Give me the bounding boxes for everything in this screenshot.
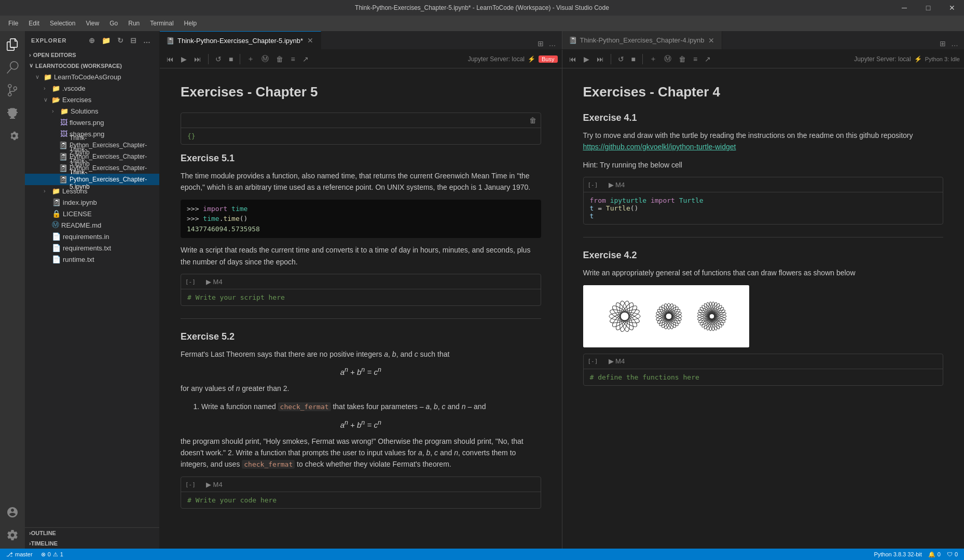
menu-run[interactable]: Run — [124, 18, 144, 29]
sidebar-item-license[interactable]: 🔒 LICENSE — [25, 208, 159, 219]
left-jupyter-status: Jupyter Server: local ⚡ Busy — [468, 55, 558, 63]
left-tab-chapter5[interactable]: 📓 Think-Python-Exercises_Chapter-5.ipynb… — [160, 31, 321, 49]
sidebar-item-readme[interactable]: Ⓜ README.md — [25, 219, 159, 231]
menu-file[interactable]: File — [4, 18, 22, 29]
sidebar-item-chapter2[interactable]: 📓 Think-Python_Exercises_Chapter-2.ipynb — [25, 139, 159, 151]
exercise41-cell-content[interactable]: from ipyturtle import Turtle t = Turtle(… — [584, 192, 943, 224]
sidebar-item-chapter5[interactable]: 📓 Think-Python_Exercises_Chapter-5.ipynb — [25, 174, 159, 185]
cell-content[interactable]: {} — [181, 128, 541, 144]
sidebar-item-solutions[interactable]: › 📁 Solutions — [25, 105, 159, 117]
menu-go[interactable]: Go — [105, 18, 122, 29]
sidebar-collapse-button[interactable]: ⊟ — [128, 35, 139, 46]
split-editor-button[interactable]: ⊞ — [536, 38, 545, 49]
exercise52-intro: Fermat's Last Theorem says that there ar… — [181, 348, 541, 360]
run-all-above-button[interactable]: ⏮ — [567, 53, 579, 65]
folder-icon: 📁 — [44, 73, 52, 81]
open-editors-section[interactable]: › Open Editors — [25, 50, 159, 60]
sidebar-item-lessons[interactable]: › 📁 Lessons — [25, 185, 159, 197]
notification-status[interactable]: 🔔 0 — [926, 551, 943, 558]
status-bar-right: Python 3.8.3 32-bit 🔔 0 🛡 0 — [872, 551, 960, 558]
close-button[interactable]: ✕ — [940, 0, 964, 16]
search-activity-icon[interactable] — [3, 58, 22, 77]
sidebar-new-file-button[interactable]: ⊕ — [87, 35, 98, 46]
sidebar-item-runtime[interactable]: 📄 runtime.txt — [25, 254, 159, 265]
toggle-sidebar-button[interactable]: ≡ — [288, 53, 297, 65]
run-cell-button[interactable]: ▶ — [178, 53, 189, 65]
tab-close-button[interactable]: ✕ — [306, 36, 314, 45]
timeline-panel-header[interactable]: › Timeline — [25, 538, 159, 549]
explorer-activity-icon[interactable] — [3, 35, 22, 54]
restart-kernel-button[interactable]: ↺ — [213, 53, 224, 65]
menu-terminal[interactable]: Terminal — [146, 18, 177, 29]
more-actions-button[interactable]: … — [949, 38, 960, 49]
cell-delete-icon[interactable]: 🗑 — [529, 116, 536, 124]
run-cell-button[interactable]: ▶ — [581, 53, 592, 65]
run-all-button[interactable]: ⏭ — [594, 53, 607, 65]
add-code-cell-button[interactable]: ＋ — [244, 52, 257, 66]
outline-panel-header[interactable]: › Outline — [25, 528, 159, 538]
run-all-above-button[interactable]: ⏮ — [164, 53, 176, 65]
maximize-button[interactable]: □ — [916, 0, 940, 16]
run-cell-button[interactable]: ▶ M4 — [605, 179, 628, 190]
github-link[interactable]: https://github.com/gkvoelkl/ipython-turt… — [583, 143, 736, 151]
add-markdown-button[interactable]: Ⓜ — [259, 52, 271, 66]
kernel-selector[interactable]: ⚡ — [914, 55, 922, 63]
right-tab-chapter4[interactable]: 📓 Think-Python_Exercises_Chapter-4.ipynb… — [562, 31, 723, 49]
exercise51-cell-content[interactable]: # Write your script here — [181, 289, 541, 305]
run-all-button[interactable]: ⏭ — [191, 53, 204, 65]
spacer-icon — [52, 176, 57, 183]
sidebar-item-flowers[interactable]: 🖼 flowers.png — [25, 117, 159, 128]
sidebar-item-label: requirements.in — [63, 233, 109, 241]
restart-kernel-button[interactable]: ↺ — [615, 53, 627, 65]
python-status[interactable]: Python 3.8.3 32-bit — [872, 551, 924, 557]
source-control-activity-icon[interactable] — [3, 81, 22, 100]
sidebar-item-requirementsin[interactable]: 📄 requirements.in — [25, 231, 159, 242]
exercise42-cell-content[interactable]: # define the functions here — [584, 369, 943, 385]
branch-status[interactable]: ⎇ master — [4, 549, 35, 560]
menu-edit[interactable]: Edit — [24, 18, 44, 29]
run-cell-button[interactable]: ▶ M4 — [605, 356, 628, 367]
toggle-sidebar-button[interactable]: ≡ — [691, 53, 700, 65]
errors-status[interactable]: ⊗ 0 ⚠ 1 — [39, 549, 65, 560]
kernel-selector[interactable]: ⚡ — [528, 55, 535, 63]
exercise52-cell-content[interactable]: # Write your code here — [181, 492, 541, 508]
image-file-icon: 🖼 — [60, 130, 67, 138]
sidebar-item-learntocodegroup[interactable]: ∨ 📁 LearnToCodeAsGroup — [25, 71, 159, 82]
run-cell-button[interactable]: ▶ M4 — [203, 479, 226, 490]
menu-help[interactable]: Help — [180, 18, 201, 29]
sidebar-more-button[interactable]: … — [141, 35, 153, 46]
svg-point-32 — [700, 303, 723, 328]
export-button[interactable]: ↗ — [702, 53, 713, 65]
sidebar-refresh-button[interactable]: ↻ — [115, 35, 126, 46]
stop-button[interactable]: ■ — [226, 53, 236, 65]
export-button[interactable]: ↗ — [300, 53, 311, 65]
more-actions-button[interactable]: … — [547, 38, 558, 49]
sidebar-new-folder-button[interactable]: 📁 — [100, 35, 113, 46]
add-code-cell-button[interactable]: ＋ — [647, 52, 659, 66]
stop-button[interactable]: ■ — [629, 53, 638, 65]
sidebar-item-exercises[interactable]: ∨ 📂 Exercises — [25, 94, 159, 105]
tab-close-button[interactable]: ✕ — [707, 36, 715, 45]
sidebar-item-requirementstxt[interactable]: 📄 requirements.txt — [25, 242, 159, 254]
menu-view[interactable]: View — [81, 18, 103, 29]
debug-activity-icon[interactable] — [3, 104, 22, 122]
sidebar-item-index[interactable]: 📓 index.ipynb — [25, 197, 159, 208]
minimize-button[interactable]: ─ — [892, 0, 916, 16]
menu-selection[interactable]: Selection — [46, 18, 79, 29]
left-notebook-content[interactable]: Exercises - Chapter 5 🗑 {} Exercise 5.1 … — [160, 68, 562, 549]
jupyter-server-label: Jupyter Server: local — [854, 55, 911, 63]
account-activity-icon[interactable] — [3, 503, 22, 522]
settings-activity-icon[interactable] — [3, 526, 22, 544]
add-markdown-button[interactable]: Ⓜ — [662, 52, 674, 66]
split-editor-button[interactable]: ⊞ — [938, 38, 947, 49]
sidebar-item-vscode[interactable]: › 📁 .vscode — [25, 82, 159, 94]
shield-status[interactable]: 🛡 0 — [945, 551, 960, 557]
workspace-section[interactable]: ∨ LearnToCode (Workspace) — [25, 60, 159, 71]
run-cell-button[interactable]: ▶ M4 — [203, 276, 226, 287]
right-notebook-content[interactable]: Exercises - Chapter 4 Exercise 4.1 Try t… — [562, 68, 965, 549]
sidebar-item-label: flowers.png — [70, 119, 104, 127]
sidebar-item-label: index.ipynb — [63, 199, 97, 206]
clear-output-button[interactable]: 🗑 — [273, 53, 286, 65]
clear-output-button[interactable]: 🗑 — [676, 53, 688, 65]
extensions-activity-icon[interactable] — [3, 127, 22, 145]
